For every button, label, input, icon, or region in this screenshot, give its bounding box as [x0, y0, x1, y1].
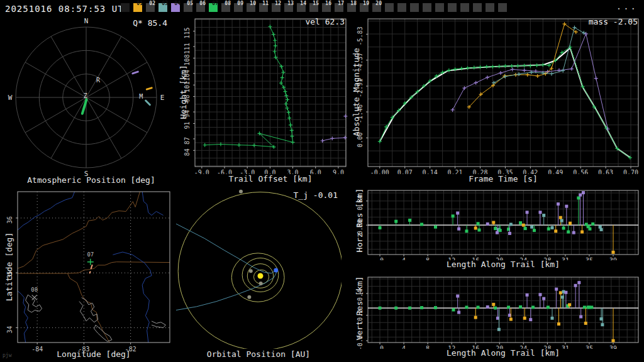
velocity-annotation: vel 62.3: [305, 17, 345, 26]
svg-text:R: R: [96, 77, 101, 84]
station-button-blank-29[interactable]: [486, 3, 494, 12]
station-button-blank-23[interactable]: [410, 3, 419, 12]
station-button-label: 07: [212, 1, 218, 6]
station-button-blank-27[interactable]: [460, 3, 469, 12]
svg-text:0.0: 0.0: [264, 169, 275, 174]
station-button-16[interactable]: 16: [322, 3, 331, 12]
orbit-title: Orbital Position [AU]: [180, 349, 337, 359]
station-button-blank-28[interactable]: [473, 3, 482, 12]
station-button-blank-26[interactable]: [448, 3, 457, 12]
station-button-17[interactable]: 17: [335, 3, 343, 12]
vertres-y-axis-label: Vert Res [km]: [355, 239, 364, 362]
polar-chart-canvas: NSEWZRM: [0, 16, 176, 176]
svg-text:0.21: 0.21: [448, 169, 463, 174]
svg-text:-0.00: -0.00: [370, 169, 389, 174]
station-button-13[interactable]: 13: [284, 3, 293, 12]
svg-text:E: E: [160, 94, 165, 102]
map-y-axis-label: Latitude [deg]: [4, 198, 14, 336]
station-button-label: 12: [275, 1, 281, 6]
height-y-axis-label: Height [km]: [179, 23, 188, 162]
station-button-label: 11: [262, 1, 269, 6]
station-button-blank-21[interactable]: [385, 3, 394, 12]
station-button-19[interactable]: 19: [360, 3, 369, 12]
svg-text:0.35: 0.35: [497, 169, 513, 174]
station-button-label: 08: [225, 1, 231, 6]
atmospheric-position-panel: NSEWZRM Q* 85.4 Atmospheric Position [de…: [0, 16, 176, 185]
svg-text:07: 07: [87, 251, 94, 258]
vertres-x-axis-label: Length Along Trail [km]: [368, 348, 638, 358]
orbit-canvas: [176, 185, 341, 349]
overflow-menu[interactable]: ...: [616, 1, 638, 11]
station-toolbar: 0102030405060708091011121314151617181920: [121, 3, 507, 12]
svg-text:0.42: 0.42: [523, 169, 538, 174]
station-button-blank-25[interactable]: [435, 3, 444, 12]
station-button-07[interactable]: 07: [209, 3, 218, 12]
svg-text:M: M: [139, 93, 143, 100]
svg-text:-6.0: -6.0: [217, 169, 232, 174]
station-button-label: 20: [375, 1, 382, 6]
station-button-blank-30[interactable]: [498, 3, 507, 12]
orbital-position-panel: T_j -0.01 Orbital Position [AU]: [176, 185, 341, 362]
station-button-label: 10: [250, 1, 256, 6]
station-button-label: 01: [136, 1, 143, 6]
station-button-15[interactable]: 15: [309, 3, 318, 12]
station-button-06[interactable]: 06: [196, 3, 205, 12]
station-button-08[interactable]: 08: [221, 3, 230, 12]
horzres-x-axis-label: Length Along Trail [km]: [368, 260, 638, 269]
station-button-04[interactable]: 04: [171, 3, 180, 12]
svg-text:08: 08: [31, 287, 38, 293]
header-bar: 20251016 08:57:53 UTC 010203040506070809…: [0, 0, 644, 18]
station-button-18[interactable]: 18: [347, 3, 356, 12]
station-button-blank-0[interactable]: [121, 3, 130, 12]
station-button-20[interactable]: 20: [372, 3, 381, 12]
station-button-label: 09: [237, 1, 243, 6]
timestamp: 20251016 08:57:53 UTC: [5, 4, 130, 14]
q-value-annotation: Q* 85.4: [133, 18, 167, 28]
height-trail-panel: -9.0-6.0-3.00.03.06.09.08487919498101104…: [176, 16, 351, 185]
ground-map-panel: 0708-84-83-82343536 Latitude [deg] Longi…: [0, 185, 176, 362]
station-button-label: 05: [187, 1, 193, 6]
magnitude-x-axis-label: Frame Time [s]: [368, 174, 638, 184]
station-button-14[interactable]: 14: [297, 3, 306, 12]
station-button-label: 16: [325, 1, 331, 6]
station-button-label: 19: [363, 1, 369, 6]
map-x-axis-label: Longitude [deg]: [18, 349, 170, 359]
map-canvas: 0708-84-83-82343536: [0, 185, 176, 351]
svg-text:0.56: 0.56: [573, 169, 588, 174]
polar-title: Atmospheric Position [deg]: [13, 175, 170, 185]
svg-text:0.70: 0.70: [623, 169, 638, 174]
station-button-label: 13: [287, 1, 294, 6]
horzres-canvas: -04812162024283135390.640.00: [349, 185, 644, 260]
station-button-01[interactable]: 01: [133, 3, 142, 12]
vert-residuals-panel: -04812162024283135390.4-0.2-0.9 Vert Res…: [349, 272, 644, 362]
magnitude-panel: -0.000.070.140.210.280.350.420.490.560.6…: [349, 16, 644, 185]
station-button-12[interactable]: 12: [272, 3, 280, 12]
station-button-03[interactable]: 03: [158, 3, 167, 12]
station-button-label: 18: [350, 1, 357, 6]
station-button-label: 14: [300, 1, 306, 6]
svg-text:N: N: [84, 17, 89, 25]
station-button-11[interactable]: 11: [259, 3, 268, 12]
svg-text:-3.0: -3.0: [240, 169, 255, 174]
station-button-10[interactable]: 10: [247, 3, 255, 12]
station-button-blank-24[interactable]: [423, 3, 431, 12]
height-x-axis-label: Trail Offset [km]: [195, 174, 346, 184]
station-button-label: 06: [199, 1, 206, 6]
station-button-02[interactable]: 02: [146, 3, 155, 12]
station-button-label: 02: [149, 1, 155, 6]
station-button-blank-22[interactable]: [397, 3, 406, 12]
station-button-label: 15: [313, 1, 319, 6]
magnitude-y-axis-label: Absolute Magnitude: [352, 23, 361, 162]
svg-text:0.49: 0.49: [548, 169, 563, 174]
svg-text:0.14: 0.14: [423, 169, 438, 174]
station-button-09[interactable]: 09: [234, 3, 243, 12]
app-window: { "header": { "timestamp": "20251016 08:…: [0, 0, 644, 362]
svg-text:W: W: [8, 94, 13, 102]
magnitude-chart-canvas: -0.000.070.140.210.280.350.420.490.560.6…: [349, 16, 644, 174]
watermark: pjw: [3, 353, 11, 358]
svg-text:0.07: 0.07: [397, 169, 413, 174]
station-button-label: 04: [174, 1, 180, 6]
station-button-label: 03: [162, 1, 168, 6]
station-button-05[interactable]: 05: [184, 3, 192, 12]
horz-residuals-panel: -04812162024283135390.640.00 Horz Res [k…: [349, 185, 644, 272]
